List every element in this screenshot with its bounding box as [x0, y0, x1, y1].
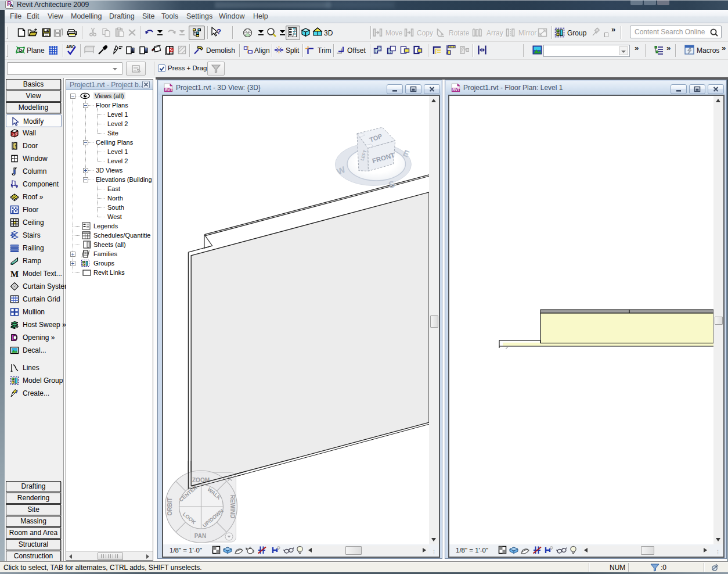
svg-text:RVT: RVT	[165, 88, 172, 92]
svg-text:ZOOM: ZOOM	[192, 477, 210, 483]
svg-text:RVT: RVT	[452, 88, 460, 92]
svg-text:REWIND: REWIND	[229, 495, 236, 519]
svg-text:PAN: PAN	[194, 533, 206, 539]
svg-text:M: M	[10, 270, 19, 279]
svg-text:ORBIT: ORBIT	[167, 497, 173, 515]
svg-text:?: ?	[217, 27, 221, 36]
